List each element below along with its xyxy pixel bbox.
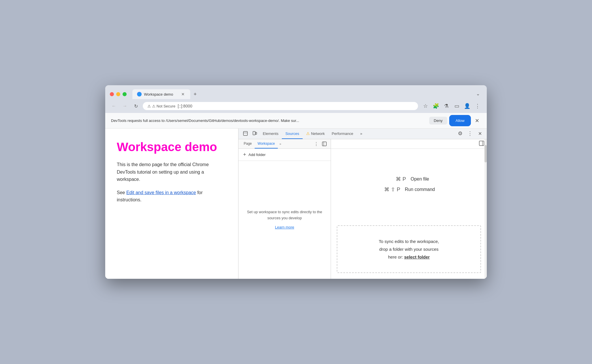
notification-text: DevTools requests full access to /Users/… [111,118,426,123]
url-text: [::]:8000 [178,104,193,108]
tab-bar: 🌐 Workspace demo ✕ + [132,89,470,99]
allow-button[interactable]: Allow [450,116,470,125]
workspace-empty-text: Set up workspace to sync edits directly … [244,209,325,221]
drop-zone-or: here or: [388,255,403,259]
sources-shortcuts: ⌘ P Open file ⌘ ⇧ P Run command [331,149,487,220]
svg-rect-4 [322,142,326,146]
deny-button[interactable]: Deny [429,117,447,125]
security-label: ⚠ Not Secure [152,104,175,108]
notification-close-button[interactable]: ✕ [473,117,481,125]
tab-sources[interactable]: Sources [282,129,303,139]
back-button[interactable]: ← [110,102,118,110]
close-button[interactable] [110,92,114,96]
sources-main-panel: ⌘ P Open file ⌘ ⇧ P Run command To sync … [331,139,487,279]
drop-zone-line2: drop a folder with your sources [343,245,475,253]
tab-overflow-button[interactable]: ⌄ [473,89,482,98]
page-title: Workspace demo [117,140,227,154]
svg-rect-2 [253,131,255,135]
elements-tab-label: Elements [263,131,278,136]
devtools-more-options-button[interactable]: ⋮ [465,129,475,139]
page-link[interactable]: Edit and save files in a workspace [126,190,196,195]
tab-network[interactable]: ⚠ Network [303,129,328,139]
extensions-button[interactable]: 🧩 [431,101,441,111]
add-folder-icon: + [243,152,246,158]
sources-panel: Page Workspace » ⋮ + [238,139,487,279]
workspace-tab[interactable]: Workspace [255,139,278,148]
forward-button[interactable]: → [121,102,129,110]
performance-tab-label: Performance [332,131,353,136]
tab-performance[interactable]: Performance [328,129,357,139]
sources-tab-label: Sources [285,131,299,136]
tab-close-button[interactable]: ✕ [180,92,186,97]
shortcut-run-command: ⌘ ⇧ P Run command [383,186,435,193]
page-body-1: This is the demo page for the official C… [117,161,227,183]
network-warning-icon: ⚠ [306,131,310,136]
sources-tabs: Page Workspace » ⋮ [238,139,331,149]
devtools-actions: ⚙ ⋮ ✕ [456,129,484,139]
scrollbar[interactable] [484,139,487,279]
webpage-content: Workspace demo This is the demo page for… [105,129,238,279]
devtools-icon-button[interactable]: ⚗ [442,101,451,111]
security-indicator: ⚠ ⚠ Not Secure [147,104,175,108]
sources-menu-button[interactable]: ⋮ [312,140,320,148]
run-command-label: Run command [405,187,435,192]
open-file-keys: ⌘ P [388,176,406,182]
workspace-empty-state: Set up workspace to sync edits directly … [238,161,331,279]
sources-top-bar [331,139,487,149]
url-bar[interactable]: ⚠ ⚠ Not Secure [::]:8000 [143,102,418,110]
refresh-button[interactable]: ↻ [132,102,140,110]
tab-favicon: 🌐 [137,92,142,96]
shortcut-open-file: ⌘ P Open file [388,176,429,182]
sources-more-tabs[interactable]: » [278,140,283,148]
browser-tab[interactable]: 🌐 Workspace demo ✕ [132,89,190,99]
add-folder-button[interactable]: + Add folder [238,149,331,161]
sources-sidebar: Page Workspace » ⋮ + [238,139,331,279]
network-tab-label: Network [311,131,325,136]
address-bar: ← → ↻ ⚠ ⚠ Not Secure [::]:8000 ☆ 🧩 ⚗ ▭ 👤… [105,99,487,113]
title-bar: 🌐 Workspace demo ✕ + ⌄ [105,85,487,99]
run-command-keys: ⌘ ⇧ P [383,186,400,193]
devtools-close-button[interactable]: ✕ [475,129,484,139]
device-tool-button[interactable] [250,129,259,139]
page-tab[interactable]: Page [241,139,255,148]
svg-rect-0 [243,131,247,135]
tab-elements[interactable]: Elements [259,129,282,139]
svg-rect-3 [256,132,257,134]
traffic-lights [110,92,127,96]
devtools-topbar: Elements Sources ⚠ Network Performance »… [238,129,487,139]
warning-icon: ⚠ [147,104,151,108]
main-area: Workspace demo This is the demo page for… [105,129,487,279]
menu-button[interactable]: ⋮ [473,101,482,111]
cursor-tool-button[interactable] [241,129,250,139]
tab-title: Workspace demo [144,92,178,96]
drop-zone[interactable]: To sync edits to the workspace, drop a f… [337,225,481,273]
toolbar-icons: ☆ 🧩 ⚗ ▭ 👤 ⋮ [421,101,482,111]
page-body-2: See Edit and save files in a workspace f… [117,189,227,204]
open-file-label: Open file [410,177,429,182]
sources-collapse-button[interactable] [320,140,328,148]
sources-panel-toggle[interactable] [479,140,484,147]
add-folder-label: Add folder [249,153,266,157]
select-folder-link[interactable]: select folder [404,255,430,259]
notification-bar: DevTools requests full access to /Users/… [105,113,487,129]
maximize-button[interactable] [123,92,127,96]
svg-rect-6 [479,141,484,146]
devtools-settings-button[interactable]: ⚙ [456,129,465,139]
browser-window: 🌐 Workspace demo ✕ + ⌄ ← → ↻ ⚠ ⚠ Not Sec… [105,85,487,279]
bookmark-button[interactable]: ☆ [421,101,430,111]
new-tab-button[interactable]: + [191,90,199,99]
devtools-panel: Elements Sources ⚠ Network Performance »… [238,129,487,279]
learn-more-link[interactable]: Learn more [275,224,294,231]
minimize-button[interactable] [116,92,120,96]
more-tabs-button[interactable]: » [357,129,366,139]
sidebar-button[interactable]: ▭ [452,101,461,111]
scrollbar-thumb[interactable] [484,145,487,162]
drop-zone-line1: To sync edits to the workspace, [343,237,475,245]
drop-zone-line3: here or: select folder [343,253,475,261]
profile-button[interactable]: 👤 [462,101,472,111]
